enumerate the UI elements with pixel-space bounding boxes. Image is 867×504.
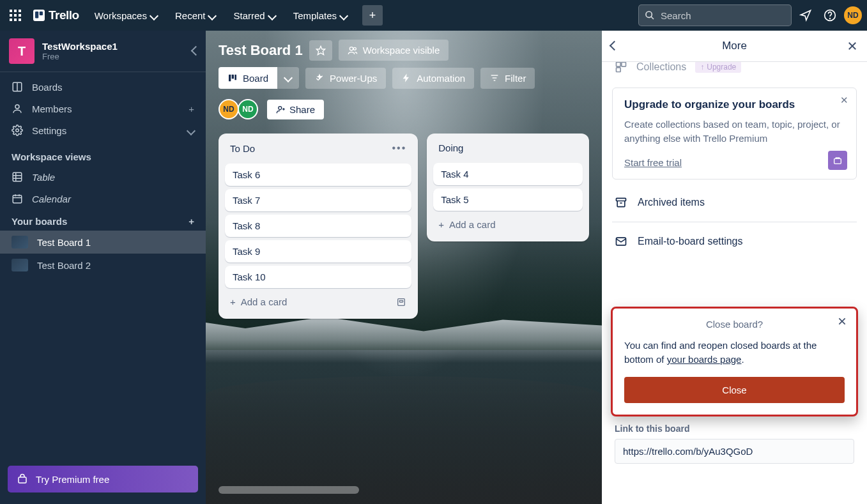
sidebar-item-boards[interactable]: Boards [0, 76, 206, 98]
account-avatar[interactable]: ND [844, 6, 862, 24]
svg-rect-28 [19, 477, 26, 483]
board-title[interactable]: Test Board 1 [219, 42, 303, 59]
table-icon [12, 171, 23, 183]
archive-icon [615, 196, 627, 209]
popup-close-button[interactable] [837, 316, 847, 326]
template-icon[interactable] [396, 297, 406, 307]
apps-icon [10, 10, 21, 21]
menu-item-collections[interactable]: Collections ↑ Upgrade [612, 62, 857, 79]
topbar: Trello Workspaces Recent Starred Templat… [0, 0, 867, 31]
member-avatar[interactable]: ND [238, 99, 258, 119]
nav-label: Recent [175, 10, 206, 21]
card[interactable]: Task 10 [225, 266, 411, 288]
notifications-button[interactable] [795, 5, 816, 26]
panel-back-button[interactable] [611, 40, 618, 52]
apps-launcher[interactable] [5, 5, 26, 26]
sidebar: T TestWorkspace1 Free Boards Members + S… [0, 31, 206, 504]
board-icon [12, 81, 23, 93]
nav-templates[interactable]: Templates [286, 6, 355, 25]
sidebar-item-settings[interactable]: Settings [0, 119, 206, 141]
upgrade-close-button[interactable]: ✕ [840, 95, 848, 106]
nav-recent[interactable]: Recent [167, 6, 224, 25]
add-card-button[interactable]: +Add a card [432, 214, 584, 235]
board-header: Test Board 1 Workspace visible Board Pow… [206, 31, 602, 125]
list: Doing Task 4 Task 5 +Add a card [427, 134, 589, 241]
list-title[interactable]: Doing [438, 142, 463, 153]
members-row: ND ND Share [219, 99, 324, 119]
share-button[interactable]: Share [267, 100, 324, 119]
board-thumb-icon [12, 236, 28, 248]
create-button[interactable]: + [362, 5, 383, 26]
visibility-label: Workspace visible [363, 45, 440, 56]
board-view-icon [227, 73, 238, 83]
add-board-button[interactable]: + [188, 216, 194, 227]
workspace-badge: T [9, 38, 35, 64]
svg-rect-45 [617, 63, 621, 67]
svg-rect-49 [617, 198, 626, 201]
help-button[interactable] [820, 5, 840, 26]
svg-rect-42 [400, 300, 403, 302]
view-dropdown-button[interactable] [277, 67, 299, 89]
sidebar-item-table[interactable]: Table [0, 166, 206, 188]
card[interactable]: Task 4 [433, 163, 583, 185]
sidebar-board-item[interactable]: Test Board 1 [0, 231, 206, 254]
sidebar-item-calendar[interactable]: Calendar [0, 188, 206, 210]
card[interactable]: Task 5 [433, 188, 583, 211]
nav-label: Templates [293, 10, 337, 21]
start-trial-link[interactable]: Start free trial [624, 157, 682, 168]
filter-button[interactable]: Filter [480, 68, 535, 89]
your-boards-heading: Your boards + [0, 210, 206, 231]
nav-starred[interactable]: Starred [226, 6, 282, 25]
people-icon [348, 45, 358, 56]
svg-point-19 [16, 129, 19, 132]
close-board-confirm-button[interactable]: Close [624, 377, 845, 403]
svg-rect-2 [19, 10, 21, 12]
menu-item-email[interactable]: Email-to-board settings [612, 227, 857, 256]
menu-item-label: Archived items [638, 197, 705, 208]
horizontal-scrollbar[interactable] [219, 486, 359, 494]
divider [612, 222, 857, 222]
card[interactable]: Task 6 [225, 164, 411, 186]
premium-cta[interactable]: Try Premium free [8, 466, 198, 493]
email-icon [615, 235, 627, 248]
visibility-button[interactable]: Workspace visible [339, 40, 449, 61]
menu-item-archived[interactable]: Archived items [612, 188, 857, 217]
panel-close-button[interactable] [847, 40, 858, 52]
upgrade-card: ✕ Upgrade to organize your boards Create… [612, 88, 857, 179]
card[interactable]: Task 7 [225, 189, 411, 211]
trello-icon [33, 10, 45, 21]
add-member-button[interactable]: + [188, 103, 194, 114]
automation-button[interactable]: Automation [392, 68, 474, 89]
upgrade-heading: Upgrade to organize your boards [624, 98, 845, 111]
automation-label: Automation [417, 73, 465, 84]
sidebar-item-label: Test Board 1 [37, 237, 91, 248]
collapse-sidebar-button[interactable] [192, 45, 199, 57]
popup-title: Close board? [624, 319, 845, 330]
member-avatar[interactable]: ND [219, 99, 239, 119]
topbar-left: Trello Workspaces Recent Starred Templat… [5, 5, 383, 26]
search-input[interactable] [638, 4, 792, 26]
add-card-button[interactable]: +Add a card [224, 291, 413, 312]
card[interactable]: Task 8 [225, 215, 411, 237]
sidebar-item-label: Table [32, 172, 55, 183]
trello-logo[interactable]: Trello [28, 8, 84, 22]
workspace-name: TestWorkspace1 [42, 41, 118, 52]
list-title[interactable]: To Do [230, 143, 255, 154]
sidebar-item-label: Members [32, 103, 72, 114]
nav-workspaces[interactable]: Workspaces [87, 6, 165, 25]
svg-rect-9 [33, 10, 45, 21]
svg-rect-33 [232, 75, 234, 79]
card[interactable]: Task 9 [225, 240, 411, 263]
board-menu-panel: More Collections ↑ Upgrade ✕ Upgrade to … [602, 31, 867, 504]
list-menu-button[interactable]: ••• [392, 142, 406, 154]
sidebar-board-item[interactable]: Test Board 2 [0, 254, 206, 277]
add-user-icon [276, 105, 286, 114]
view-switcher-button[interactable]: Board [219, 67, 277, 89]
star-board-button[interactable] [309, 40, 332, 61]
board-link-input[interactable] [615, 439, 854, 464]
boards-page-link[interactable]: your boards page [667, 354, 742, 365]
svg-rect-46 [622, 63, 626, 67]
filter-icon [489, 73, 500, 83]
sidebar-item-members[interactable]: Members + [0, 98, 206, 119]
powerups-button[interactable]: Power-Ups [305, 68, 386, 89]
